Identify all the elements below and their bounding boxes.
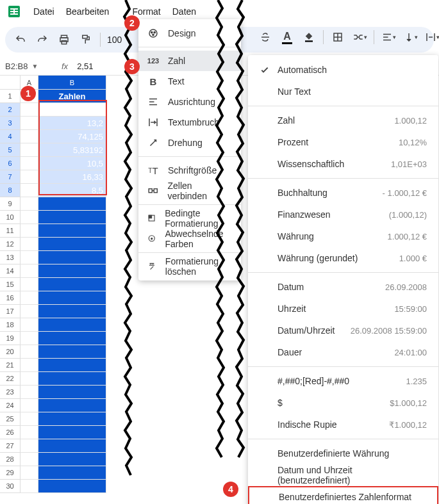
cell[interactable] xyxy=(21,211,38,224)
format-menu-item[interactable]: Bedingte Formatierung xyxy=(138,208,241,229)
cell[interactable] xyxy=(21,157,38,170)
cell[interactable] xyxy=(21,466,38,480)
cell[interactable] xyxy=(21,426,38,439)
merge-button[interactable]: ▾ xyxy=(351,28,369,46)
cell[interactable] xyxy=(38,264,106,278)
fill-color-button[interactable] xyxy=(300,28,318,46)
cell[interactable] xyxy=(21,318,38,332)
number-format-item[interactable]: Dauer24:01:00 xyxy=(248,341,438,363)
cell[interactable]: 10,5 xyxy=(38,157,106,170)
cell[interactable] xyxy=(21,130,38,143)
number-format-item[interactable]: $$1.000,12 xyxy=(248,392,438,414)
row-header[interactable]: 18 xyxy=(0,318,21,332)
cell[interactable] xyxy=(21,412,38,426)
number-format-item[interactable]: Wissenschaftlich1,01E+03 xyxy=(248,153,438,175)
cell[interactable] xyxy=(21,251,38,264)
number-format-item[interactable]: Nur Text xyxy=(248,81,438,102)
format-menu-item[interactable]: Ausrichtung xyxy=(138,92,241,112)
row-header[interactable]: 30 xyxy=(0,480,21,493)
zoom-value[interactable]: 100 xyxy=(106,35,123,45)
cell[interactable] xyxy=(21,480,38,493)
format-menu-item[interactable]: TTSchriftgröße xyxy=(138,160,241,181)
cell[interactable] xyxy=(38,386,106,399)
cell[interactable] xyxy=(21,238,38,251)
cell[interactable] xyxy=(38,480,106,493)
strike-button[interactable] xyxy=(256,28,274,46)
number-format-item[interactable]: Zahl1.000,12 xyxy=(248,110,438,131)
cell[interactable] xyxy=(21,117,38,130)
number-format-item[interactable]: Indische Rupie₹1.000,12 xyxy=(248,414,438,435)
cell[interactable] xyxy=(38,197,106,211)
cell[interactable] xyxy=(21,103,38,117)
number-format-item[interactable]: Datum/Uhrzeit26.09.2008 15:59:00 xyxy=(248,320,438,341)
format-menu-item[interactable]: Zellen verbinden xyxy=(138,181,241,201)
row-header[interactable]: 19 xyxy=(0,332,21,345)
number-format-item[interactable]: Benutzerdefiniertes Zahlenformat xyxy=(248,486,438,504)
cell[interactable] xyxy=(38,291,106,305)
row-header[interactable]: 29 xyxy=(0,466,21,480)
number-format-item[interactable]: Datum26.09.2008 xyxy=(248,276,438,298)
cell[interactable] xyxy=(38,332,106,345)
row-header[interactable]: 22 xyxy=(0,372,21,386)
cell[interactable] xyxy=(21,453,38,466)
row-header[interactable]: 4 xyxy=(0,130,21,143)
row-header[interactable]: 1 xyxy=(0,90,21,103)
cell[interactable] xyxy=(38,412,106,426)
row-header[interactable]: 24 xyxy=(0,399,21,412)
wrap-button[interactable]: ▾ xyxy=(423,28,439,46)
cell[interactable] xyxy=(21,224,38,238)
cell[interactable] xyxy=(38,466,106,480)
cell[interactable] xyxy=(38,372,106,386)
menu-bearbeiten[interactable]: Bearbeiten xyxy=(66,6,110,17)
row-header[interactable]: 25 xyxy=(0,412,21,426)
format-menu-item[interactable]: Abwechselnde Farben xyxy=(138,229,241,249)
number-format-item[interactable]: Währung1.000,12 € xyxy=(248,225,438,247)
formula-value[interactable]: 2,51 xyxy=(77,61,93,71)
menu-datei[interactable]: Datei xyxy=(33,6,54,17)
borders-button[interactable] xyxy=(329,28,347,46)
menu-format[interactable]: Format xyxy=(132,6,160,17)
cell[interactable] xyxy=(38,359,106,372)
col-header-B[interactable]: B xyxy=(38,76,106,90)
format-menu-item[interactable]: Formatierung löschen xyxy=(138,256,241,277)
row-header[interactable]: 17 xyxy=(0,305,21,318)
number-format-item[interactable]: Uhrzeit15:59:00 xyxy=(248,298,438,320)
cell[interactable] xyxy=(21,439,38,453)
format-menu-item[interactable]: Design xyxy=(138,23,241,44)
cell-header[interactable]: Zahlen xyxy=(38,90,106,103)
cell[interactable] xyxy=(21,184,38,197)
row-header[interactable]: 7 xyxy=(0,170,21,184)
row-header[interactable]: 28 xyxy=(0,453,21,466)
format-menu-item[interactable]: BText xyxy=(138,71,241,92)
cell[interactable] xyxy=(38,426,106,439)
row-header[interactable]: 11 xyxy=(0,224,21,238)
cell[interactable] xyxy=(21,345,38,359)
name-box[interactable]: B2:B8 ▼ xyxy=(5,61,53,71)
row-header[interactable]: 9 xyxy=(0,197,21,211)
format-menu-item[interactable]: Textumbruch xyxy=(138,112,241,133)
cell[interactable] xyxy=(21,332,38,345)
cell[interactable] xyxy=(38,251,106,264)
cell[interactable]: 2,51 xyxy=(38,103,106,117)
number-format-item[interactable]: Währung (gerundet)1.000 € xyxy=(248,247,438,269)
row-header[interactable]: 20 xyxy=(0,345,21,359)
row-header[interactable]: 2 xyxy=(0,103,21,117)
row-header[interactable]: 26 xyxy=(0,426,21,439)
redo-button[interactable] xyxy=(33,31,51,49)
text-color-button[interactable]: A xyxy=(278,28,296,46)
cell[interactable] xyxy=(38,453,106,466)
cell[interactable] xyxy=(38,278,106,291)
row-header[interactable]: 10 xyxy=(0,211,21,224)
row-header[interactable]: 13 xyxy=(0,251,21,264)
row-header[interactable]: 5 xyxy=(0,143,21,157)
halign-button[interactable]: ▾ xyxy=(379,28,397,46)
number-format-item[interactable]: #,##0;[Red]-#,##01.235 xyxy=(248,370,438,392)
cell[interactable] xyxy=(21,359,38,372)
cell[interactable] xyxy=(21,305,38,318)
cell[interactable] xyxy=(38,318,106,332)
number-format-item[interactable]: Automatisch xyxy=(248,59,438,81)
cell[interactable]: 13,2 xyxy=(38,117,106,130)
row-header[interactable]: 16 xyxy=(0,291,21,305)
undo-button[interactable] xyxy=(12,31,29,49)
row-header[interactable]: 12 xyxy=(0,238,21,251)
